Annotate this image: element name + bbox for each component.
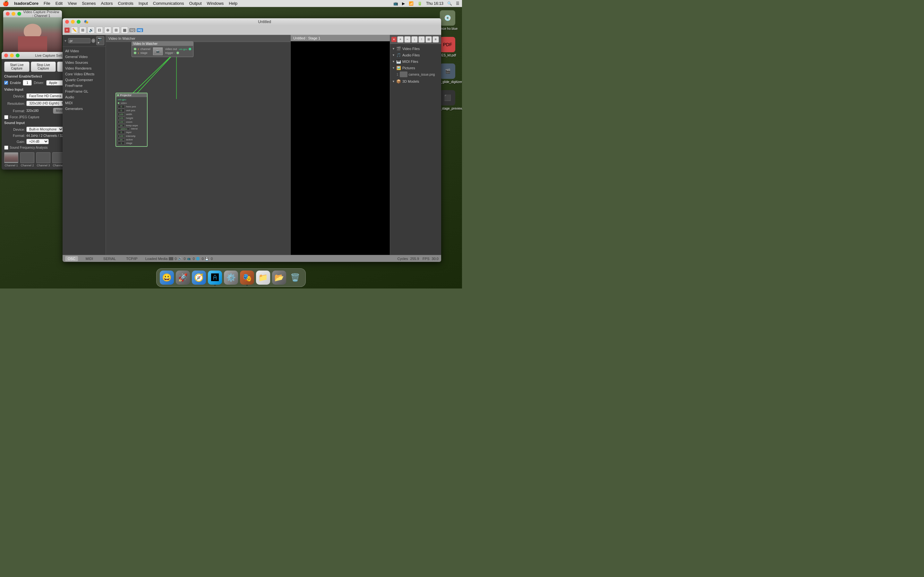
dock-icon-safari[interactable]: 🧭 [192, 271, 206, 285]
file-add-btn[interactable]: + [397, 36, 404, 43]
dock-icon-files1[interactable]: 📁 [256, 271, 270, 285]
toolbar-minus-icon[interactable]: ⊟ [96, 27, 103, 34]
enable-checkbox[interactable] [4, 81, 8, 85]
search-icon[interactable]: 🔍 [447, 1, 452, 6]
actor-item-quartz[interactable]: Quartz Composer [63, 77, 105, 83]
file-menu[interactable]: File [44, 1, 50, 6]
actor-item-midi[interactable]: MIDI [63, 100, 105, 106]
device-select[interactable]: FaceTime HD Camera [26, 93, 68, 99]
file-section-header-3d[interactable]: ▼ 📦 3D Models [390, 79, 441, 84]
actor-item-video-sources[interactable]: Video Sources [63, 60, 105, 65]
video-min-btn[interactable] [11, 12, 15, 16]
sound-freq-checkbox[interactable] [4, 145, 8, 150]
output-menu[interactable]: Output [189, 1, 202, 6]
notification-icon[interactable]: ☰ [456, 1, 459, 6]
file-grid-btn[interactable]: ⊞ [425, 36, 432, 43]
actor-search-input[interactable] [68, 38, 90, 43]
input-menu[interactable]: Input [139, 1, 148, 6]
proj-val-horz[interactable]: 0 [118, 105, 125, 108]
proj-val-stage[interactable]: 1 [118, 141, 125, 145]
actor-item-freeframe[interactable]: FreeFrame [63, 83, 105, 89]
edit-menu[interactable]: Edit [55, 1, 63, 6]
toolbar-grid-icon[interactable]: ⊞ [113, 27, 120, 34]
dock-icon-trash[interactable]: 🗑️ [288, 271, 302, 285]
actor-item-audio[interactable]: Audio [63, 94, 105, 100]
dock-icon-sysprefs[interactable]: ⚙️ [224, 271, 238, 285]
isadora-close-btn[interactable] [65, 20, 69, 24]
toolbar-pencil-icon[interactable]: ✏️ [71, 27, 78, 34]
sound-device-select[interactable]: Built-in Microphone [26, 127, 63, 132]
proj-val-zoom[interactable]: 100 [118, 120, 125, 124]
lc-min-btn[interactable] [10, 53, 14, 57]
dock-icon-files2[interactable]: 📂 [272, 271, 286, 285]
channel-thumb-1[interactable]: Channel 1 [4, 152, 18, 167]
video-close-btn[interactable] [6, 12, 10, 16]
actor-item-freeframe-gl[interactable]: FreeFrame GL [63, 89, 105, 94]
status-tab-midi[interactable]: MIDI [83, 256, 95, 261]
file-item-camera-issue[interactable]: 1 camera_issue.png [390, 71, 441, 78]
toolbar-speaker-icon[interactable]: 🔊 [87, 27, 95, 34]
communications-menu[interactable]: Communications [153, 1, 184, 6]
resolution-select[interactable]: 320x180 (HD Eighth) [26, 101, 66, 106]
toolbar-plus-icon[interactable]: ⊞ [79, 27, 86, 34]
channel-thumb-2[interactable]: Channel 2 [20, 152, 34, 167]
apple-menu[interactable]: 🍎 [3, 0, 9, 6]
windows-menu[interactable]: Windows [207, 1, 224, 6]
file-section-header-audio[interactable]: ▼ 🎵 Audio Files [390, 52, 441, 58]
proj-val-vert[interactable]: 0 [118, 109, 125, 112]
video-in-watcher-node[interactable]: Video In Watcher 2 channel [132, 41, 194, 57]
actor-item-generators[interactable]: Generators [63, 106, 105, 111]
status-tab-serial[interactable]: SERIAL [101, 256, 118, 261]
dock-icon-launchpad[interactable]: 🚀 [176, 271, 190, 285]
toolbar-add-icon[interactable]: ⊕ [104, 27, 111, 34]
actors-menu[interactable]: Actors [101, 1, 113, 6]
actor-camera-button[interactable]: 📷▸ [96, 36, 104, 45]
help-menu[interactable]: Help [229, 1, 237, 6]
scene-canvas[interactable]: Video In Watcher Video In Watcher [106, 35, 290, 255]
toolbar-layout-icon[interactable]: ▦ [121, 27, 128, 34]
file-section-header-pictures[interactable]: ▼ 🖼️ Pictures [390, 65, 441, 71]
isadora-max-btn[interactable] [77, 20, 81, 24]
dock-icon-appstore[interactable]: 🅰 [208, 271, 222, 285]
gain-select[interactable]: +24 dB [26, 139, 49, 144]
isadora-min-btn[interactable] [71, 20, 75, 24]
app-name-menu[interactable]: IsadoraCore [14, 1, 39, 6]
controls-menu[interactable]: Controls [118, 1, 133, 6]
proj-val-layer[interactable]: 0 [118, 131, 125, 134]
start-live-capture-button[interactable]: Start Live Capture [4, 61, 29, 72]
file-panel-close[interactable]: ✕ [391, 37, 397, 42]
dock-icon-isadora[interactable]: 🎭 [240, 271, 254, 285]
proj-val-height[interactable]: 100 [118, 116, 125, 120]
proj-val-blend[interactable]: additive [118, 127, 130, 130]
proj-val-active[interactable]: on [118, 138, 125, 141]
view-menu[interactable]: View [68, 1, 77, 6]
projector-node[interactable]: Projector vid-gpu video 0 horz pos 0 ver… [115, 93, 148, 147]
status-tab-osc[interactable]: OSC [65, 256, 78, 261]
actor-search-clear[interactable]: ✕ [91, 39, 95, 43]
video-max-btn[interactable] [17, 12, 21, 16]
status-tab-tcp[interactable]: TCP/IP [124, 256, 140, 261]
toolbar-close-red[interactable]: ✕ [65, 27, 69, 33]
actor-item-general-video[interactable]: General Video [63, 54, 105, 60]
file-remove-btn[interactable]: − [404, 36, 411, 43]
actor-item-video-renderers[interactable]: Video Renderers [63, 65, 105, 71]
lc-max-btn[interactable] [16, 53, 19, 57]
actor-item-all-video[interactable]: All Video [63, 48, 105, 54]
file-list-btn[interactable]: ≡ [433, 36, 439, 43]
proj-val-intensity[interactable]: 100 [118, 134, 125, 138]
hq-badge[interactable]: HQ [137, 28, 143, 32]
dock-icon-finder[interactable]: 😀 [160, 271, 174, 285]
stop-live-capture-button[interactable]: Stop Live Capture [31, 61, 56, 72]
file-section-header-midi[interactable]: ▼ 🎹 MIDI Files [390, 59, 441, 64]
sq-badge[interactable]: SQ [129, 28, 136, 32]
channel-number-box[interactable]: 1 [23, 80, 32, 85]
lc-close-btn[interactable] [4, 53, 8, 57]
channel-thumb-3[interactable]: Channel 3 [36, 152, 50, 167]
file-import-btn[interactable]: ↓ [411, 36, 418, 43]
actor-item-core-video[interactable]: Core Video Effects [63, 71, 105, 77]
proj-val-keepaspe[interactable]: on [118, 124, 125, 127]
proj-val-width[interactable]: 100 [118, 113, 125, 116]
scenes-menu[interactable]: Scenes [82, 1, 95, 6]
force-jpeg-checkbox[interactable] [4, 115, 8, 119]
file-section-header-video[interactable]: ▼ 🎬 Video Files [390, 46, 441, 52]
